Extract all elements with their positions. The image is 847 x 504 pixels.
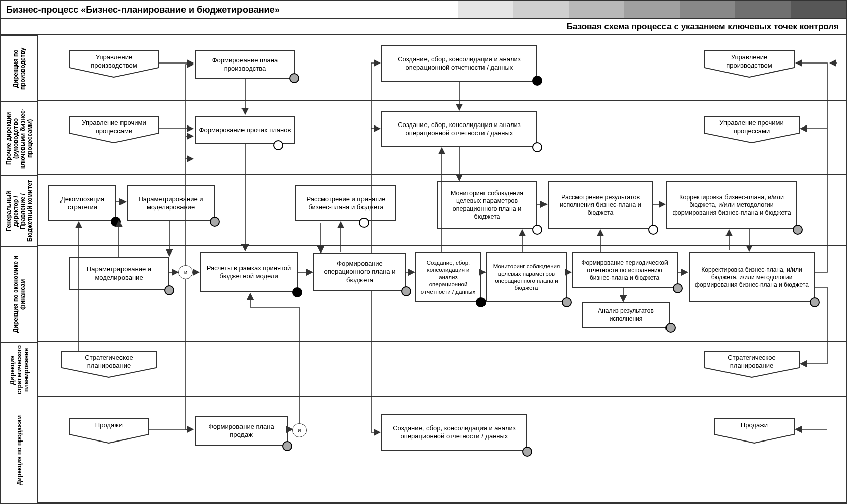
lane-label-5: Дирекция стратегического планирования [1,342,37,397]
node-n3: Декомпозиция стратегии [48,185,116,221]
tag-sales-l: Продажи [69,418,149,444]
node-n10: Создание, сбор, консолидация и анализ оп… [381,45,537,82]
lane-labels: Дирекция по производству Прочие дирекции… [1,35,38,503]
tag-mgmt-other-r: Управление прочими процессами [704,116,800,143]
dot-n3 [111,217,121,227]
node-n16: Создание, сбор, консолидация и анализ оп… [415,252,481,302]
node-n5: Рассмотрение и принятие бизнес-плана и б… [295,185,396,221]
lane-label-6: Дирекция по продажам [1,397,37,503]
node-n4: Параметрирование и моделирование [127,185,215,221]
dot-n5 [359,218,369,228]
node-n7: Расчеты в рамках принятой бюджетной моде… [200,252,298,292]
title-text: Бизнес-процесс «Бизнес-планирование и бю… [1,5,280,15]
gate-and-2: и [292,423,307,437]
node-n12: Создание, сбор, консолидация и анализ оп… [381,414,527,451]
dot-n18 [673,283,683,293]
dot-n2 [273,140,283,150]
dot-n15 [793,225,803,235]
title-gradient [458,1,846,18]
dot-n7 [292,287,302,297]
dot-n16 [476,297,486,307]
dot-n12 [522,447,532,457]
tag-mgmt-other-l: Управление прочими процессами [69,116,159,143]
tag-mgmt-prod-l: Управление производством [69,50,159,78]
node-n15: Корректировка бизнес-плана, и/или бюджет… [666,181,797,229]
dot-n19 [666,323,676,333]
dot-n8 [401,286,411,296]
node-n13: Мониторинг соблюдения целевых параметров… [437,181,537,229]
lane-label-4: Дирекция по экономике и финансам [1,246,37,342]
tag-strat-r: Стратегическое планирование [704,351,800,378]
dot-n9 [282,441,292,451]
lane-label-2: Прочие дирекции (руководство ключевыми б… [1,101,37,175]
dot-n14 [648,225,658,235]
lane-label-3: Генеральный директор / Правление / Бюдже… [1,175,37,246]
node-n18: Формирование периодической отчетности по… [572,252,678,288]
node-n6: Параметрирование и моделирование [69,257,169,290]
diagram-body: Дирекция по производству Прочие дирекции… [1,35,846,503]
title-bar: Бизнес-процесс «Бизнес-планирование и бю… [1,1,846,19]
subtitle: Базовая схема процесса с указанием ключе… [1,19,846,35]
node-n8: Формирование операционного плана и бюдже… [313,253,406,291]
dot-n1 [289,73,299,83]
dot-n17 [562,297,572,307]
gate-and-1: и [178,265,193,279]
diagram-root: Бизнес-процесс «Бизнес-планирование и бю… [0,0,847,504]
tag-mgmt-prod-r: Управление производством [704,50,795,78]
tag-sales-r: Продажи [714,418,795,444]
canvas: Управление производством Управление проч… [38,35,846,503]
dot-n13 [532,225,542,235]
dot-n4 [210,217,220,227]
node-n11: Создание, сбор, консолидация и анализ оп… [381,111,537,147]
node-n14: Рассмотрение результатов исполнения бизн… [548,181,653,229]
dot-n20 [810,297,820,307]
node-n20: Корректировка бизнес-плана, и/или бюджет… [689,252,815,302]
dot-n11 [532,142,542,152]
dot-n6 [164,285,174,295]
tag-strat-l: Стратегическое планирование [61,351,157,378]
node-n2: Формирование прочих планов [195,116,295,144]
node-n9: Формирование плана продаж [195,416,288,446]
dot-n10 [532,76,542,86]
node-n17: Мониторинг соблюдения целевых параметров… [486,252,567,302]
node-n19: Анализ результатов исполнения [582,302,670,328]
lane-label-1: Дирекция по производству [1,35,37,101]
node-n1: Формирование плана производства [195,50,295,79]
